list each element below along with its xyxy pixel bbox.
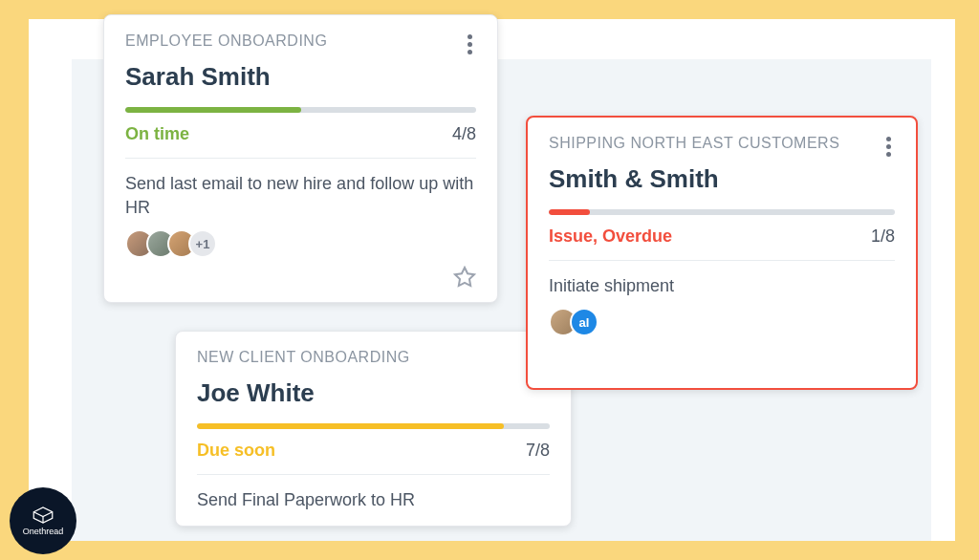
progress-fill — [549, 209, 590, 215]
task-text: Initiate shipment — [549, 274, 895, 298]
progress-count: 1/8 — [871, 226, 895, 247]
status-label: On time — [125, 124, 189, 144]
progress-bar — [549, 209, 895, 215]
logo-text: Onethread — [23, 527, 64, 536]
progress-count: 7/8 — [526, 441, 550, 461]
avatar-more[interactable]: +1 — [188, 229, 217, 258]
task-text: Send Final Paperwork to HR — [197, 488, 550, 512]
avatar-group: al — [549, 308, 895, 336]
card-shipping-north-east[interactable]: SHIPPING NORTH EAST CUSTOMERS Smith & Sm… — [526, 116, 918, 390]
status-row: Due soon 7/8 — [197, 441, 550, 475]
category-label: EMPLOYEE ONBOARDING — [125, 32, 327, 50]
status-row: On time 4/8 — [125, 124, 476, 159]
progress-bar — [125, 107, 476, 113]
card-title: Sarah Smith — [125, 62, 476, 92]
svg-marker-0 — [455, 268, 474, 286]
status-label: Issue, Overdue — [549, 226, 672, 247]
card-title: Smith & Smith — [549, 164, 895, 194]
progress-fill — [197, 423, 504, 429]
card-header: EMPLOYEE ONBOARDING — [125, 32, 476, 56]
card-title: Joe White — [197, 378, 550, 408]
progress-count: 4/8 — [452, 124, 476, 144]
white-canvas: EMPLOYEE ONBOARDING Sarah Smith On time … — [29, 19, 955, 541]
progress-bar — [197, 423, 550, 429]
onethread-logo: Onethread — [10, 487, 76, 554]
progress-fill — [125, 107, 301, 113]
task-text: Send last email to new hire and follow u… — [125, 172, 476, 220]
more-icon[interactable] — [464, 32, 476, 56]
star-row — [125, 266, 476, 289]
card-header: SHIPPING NORTH EAST CUSTOMERS — [549, 135, 895, 159]
avatar-badge[interactable]: al — [570, 308, 598, 336]
star-icon[interactable] — [453, 266, 476, 289]
category-label: NEW CLIENT ONBOARDING — [197, 349, 410, 366]
card-employee-onboarding[interactable]: EMPLOYEE ONBOARDING Sarah Smith On time … — [103, 14, 498, 303]
card-header: NEW CLIENT ONBOARDING — [197, 349, 550, 373]
card-new-client-onboarding[interactable]: NEW CLIENT ONBOARDING Joe White Due soon… — [175, 331, 572, 527]
status-row: Issue, Overdue 1/8 — [549, 226, 895, 261]
avatar-group: +1 — [125, 229, 476, 258]
logo-icon — [31, 506, 55, 525]
category-label: SHIPPING NORTH EAST CUSTOMERS — [549, 135, 839, 152]
status-label: Due soon — [197, 441, 275, 461]
more-icon[interactable] — [882, 135, 895, 159]
